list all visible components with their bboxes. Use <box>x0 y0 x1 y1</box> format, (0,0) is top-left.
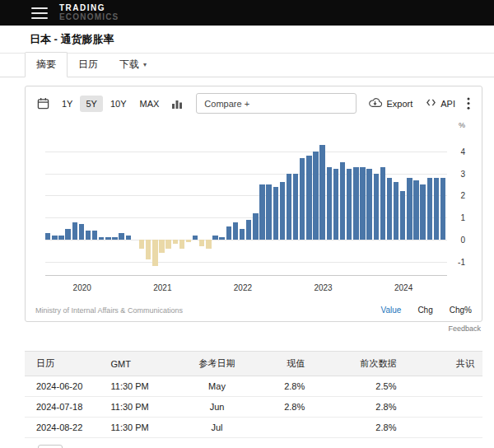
chart-footer: Ministry of Internal Affairs & Communica… <box>32 306 475 320</box>
bar[interactable] <box>119 233 124 240</box>
bar[interactable] <box>300 158 305 240</box>
bar[interactable] <box>413 180 418 240</box>
bar[interactable] <box>374 174 379 240</box>
bar[interactable] <box>333 169 338 240</box>
page-title: 日本 - 通货膨胀率 <box>30 32 494 47</box>
bar[interactable] <box>233 222 238 240</box>
bar[interactable] <box>72 222 77 240</box>
bar[interactable] <box>86 231 91 240</box>
compare-label: Compare + <box>204 99 249 109</box>
api-button[interactable]: API <box>421 95 460 112</box>
bar[interactable] <box>193 236 198 240</box>
bar[interactable] <box>45 233 50 240</box>
bar[interactable] <box>152 240 157 266</box>
bar[interactable] <box>173 240 178 244</box>
bar[interactable] <box>165 240 170 249</box>
table-row[interactable]: 2024-07-1811:30 PMJun2.8%2.8% <box>25 397 482 418</box>
bar[interactable] <box>440 178 445 240</box>
bar[interactable] <box>259 184 264 240</box>
bar[interactable] <box>92 231 97 240</box>
bar[interactable] <box>246 220 251 240</box>
table-cell: 11:30 PM <box>103 376 181 397</box>
main-content: 1Y5Y10YMAX Compare + Export API <box>0 77 494 448</box>
bar[interactable] <box>65 229 70 240</box>
bar[interactable] <box>366 169 371 240</box>
bar[interactable] <box>126 236 131 240</box>
bar[interactable] <box>434 178 439 240</box>
bar[interactable] <box>340 162 345 240</box>
tab-bar: 摘要日历下载▾ <box>0 54 494 77</box>
calendar-icon[interactable] <box>34 96 53 111</box>
bar[interactable] <box>427 178 432 240</box>
gridline <box>45 240 447 240</box>
bar[interactable] <box>226 226 231 240</box>
hamburger-menu-icon[interactable] <box>31 7 48 19</box>
range-button-1y[interactable]: 1Y <box>56 96 78 112</box>
brand-logo[interactable]: TRADING ECONOMICS <box>59 4 119 21</box>
bar[interactable] <box>266 184 271 240</box>
kebab-menu-icon[interactable] <box>464 96 473 111</box>
bar[interactable] <box>199 240 204 246</box>
tab-calendar[interactable]: 日历 <box>68 53 109 77</box>
bar[interactable] <box>380 167 385 240</box>
bar[interactable] <box>293 174 298 240</box>
bar[interactable] <box>105 237 110 240</box>
bar[interactable] <box>306 156 311 240</box>
bar[interactable] <box>159 240 164 253</box>
bar[interactable] <box>353 167 358 240</box>
bar[interactable] <box>273 187 278 240</box>
bar[interactable] <box>219 237 224 240</box>
bar[interactable] <box>420 184 425 240</box>
inflation-bar-chart[interactable]: % 43210-120202021202220232024 <box>32 118 475 306</box>
bar[interactable] <box>79 224 84 240</box>
mode-chgpct[interactable]: Chg% <box>450 306 472 315</box>
add-row-button[interactable]: + <box>38 445 63 448</box>
tab-summary[interactable]: 摘要 <box>25 52 68 77</box>
bar[interactable] <box>206 240 211 249</box>
bar[interactable] <box>58 236 63 240</box>
bar[interactable] <box>240 229 245 240</box>
column-header: 前次数据 <box>313 352 404 376</box>
bar[interactable] <box>52 236 57 240</box>
bar[interactable] <box>146 240 151 259</box>
compare-input[interactable]: Compare + <box>196 93 357 114</box>
table-row[interactable]: 2024-08-2211:30 PMJul2.8% <box>25 418 482 438</box>
bar[interactable] <box>360 167 365 240</box>
bar[interactable] <box>179 240 184 249</box>
bar[interactable] <box>99 237 104 240</box>
mode-value[interactable]: Value <box>381 306 402 315</box>
mode-chg[interactable]: Chg <box>417 306 432 315</box>
bar[interactable] <box>139 240 144 249</box>
bar[interactable] <box>186 240 191 242</box>
title-bar: 日本 - 通货膨胀率 <box>0 26 494 54</box>
bar[interactable] <box>280 182 285 240</box>
bar[interactable] <box>387 178 392 240</box>
y-tick-label: 0 <box>460 236 465 245</box>
x-tick-label: 2021 <box>153 283 171 292</box>
range-button-10y[interactable]: 10Y <box>105 96 133 112</box>
x-tick-label: 2024 <box>394 283 412 292</box>
tab-label: 日历 <box>78 58 98 72</box>
bar[interactable] <box>253 213 258 240</box>
bar[interactable] <box>400 191 405 240</box>
range-button-5y[interactable]: 5Y <box>80 96 102 112</box>
table-cell <box>404 418 482 438</box>
feedback-link[interactable]: Feedback <box>25 322 482 333</box>
bar[interactable] <box>394 182 398 240</box>
column-header: 共识 <box>404 352 482 376</box>
bar[interactable] <box>313 152 318 240</box>
bar[interactable] <box>407 178 412 240</box>
bar-chart-icon[interactable] <box>168 96 186 111</box>
export-button[interactable]: Export <box>363 95 417 112</box>
bar[interactable] <box>347 169 352 240</box>
y-axis-unit: % <box>459 121 465 129</box>
table-row[interactable]: 2024-06-2011:30 PMMay2.8%2.5% <box>25 376 482 397</box>
api-label: API <box>440 99 455 109</box>
bar[interactable] <box>212 236 217 240</box>
bar[interactable] <box>327 167 332 240</box>
bar[interactable] <box>287 174 291 240</box>
tab-download[interactable]: 下载▾ <box>109 53 157 77</box>
bar[interactable] <box>319 145 324 240</box>
range-button-max[interactable]: MAX <box>134 96 165 112</box>
bar[interactable] <box>112 237 117 240</box>
